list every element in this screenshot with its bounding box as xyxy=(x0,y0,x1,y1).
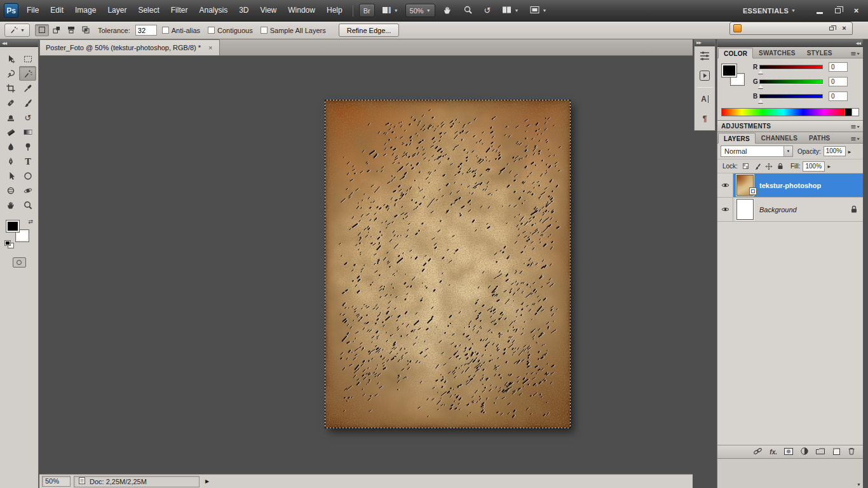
masks-panel-button[interactable] xyxy=(695,46,715,66)
new-selection-button[interactable] xyxy=(35,24,49,36)
b-value-field[interactable]: 0 xyxy=(829,92,848,101)
status-options-arrow[interactable]: ▶ xyxy=(203,476,212,487)
menu-help[interactable]: Help xyxy=(321,0,348,22)
layer-row-main[interactable]: tekstur-photoshop xyxy=(733,173,863,197)
fill-value-field[interactable]: 100% xyxy=(803,161,825,172)
minimize-button[interactable] xyxy=(810,4,829,17)
subtract-from-selection-button[interactable] xyxy=(64,24,78,36)
document-canvas[interactable] xyxy=(325,100,570,428)
layer-row[interactable]: Background xyxy=(717,198,863,222)
tab-paths[interactable]: PATHS xyxy=(803,132,836,143)
anti-alias-checkbox[interactable]: Anti-alias xyxy=(162,27,200,34)
lock-pixels-button[interactable] xyxy=(753,162,762,170)
spectrum-white-swatch[interactable] xyxy=(851,109,858,116)
hand-tool-button[interactable] xyxy=(438,4,456,17)
slider-thumb-icon[interactable] xyxy=(758,85,763,88)
panel-menu-icon[interactable] xyxy=(850,124,860,131)
panel-menu-icon[interactable] xyxy=(850,135,860,143)
color-spectrum-ramp[interactable] xyxy=(722,109,844,116)
launch-bridge-button[interactable]: Br xyxy=(359,4,375,17)
tab-layers[interactable]: LAYERS xyxy=(718,133,756,144)
layer-mask-button[interactable] xyxy=(783,447,794,457)
r-channel-slider[interactable] xyxy=(759,65,823,69)
add-to-selection-button[interactable] xyxy=(50,24,64,36)
menu-view[interactable]: View xyxy=(254,0,282,22)
clone-stamp-tool[interactable] xyxy=(2,110,19,125)
adjustments-panel-header[interactable]: ADJUSTMENTS xyxy=(717,121,863,132)
panel-restore-button[interactable] xyxy=(827,24,836,32)
icon-dock-header[interactable]: ▶▶ xyxy=(695,39,715,46)
adjustment-layer-button[interactable] xyxy=(800,447,809,457)
foreground-color-swatch[interactable] xyxy=(722,64,736,77)
tab-color[interactable]: COLOR xyxy=(718,48,753,58)
delete-layer-button[interactable] xyxy=(847,447,856,457)
menu-file[interactable]: File xyxy=(21,0,44,22)
g-channel-slider[interactable] xyxy=(759,79,823,84)
swap-colors-icon[interactable]: ⇄ xyxy=(28,219,33,225)
dock-collapse-header[interactable]: ◀◀ xyxy=(717,39,863,47)
marquee-tool[interactable] xyxy=(19,51,36,66)
workspace-switcher[interactable]: ESSENTIALS▼ xyxy=(738,4,800,17)
tab-channels[interactable]: CHANNELS xyxy=(756,132,803,143)
lock-position-button[interactable] xyxy=(764,162,773,170)
rotate-view-button[interactable]: ↺ xyxy=(480,4,496,17)
refine-edge-button[interactable]: Refine Edge... xyxy=(339,24,400,37)
tab-styles[interactable]: STYLES xyxy=(801,47,838,58)
default-colors-icon[interactable] xyxy=(5,241,14,248)
menu-edit[interactable]: Edit xyxy=(44,0,69,22)
g-value-field[interactable]: 0 xyxy=(829,77,848,86)
brush-tool[interactable] xyxy=(19,95,36,110)
new-group-button[interactable] xyxy=(815,447,825,456)
menu-select[interactable]: Select xyxy=(132,0,165,22)
status-zoom-field[interactable]: 50% xyxy=(42,476,71,487)
tab-swatches[interactable]: SWATCHES xyxy=(753,47,801,58)
blur-tool[interactable] xyxy=(2,139,19,154)
intersect-selection-button[interactable] xyxy=(79,24,93,36)
character-panel-button[interactable]: A xyxy=(695,89,715,109)
sample-all-layers-checkbox[interactable]: Sample All Layers xyxy=(261,27,326,34)
slider-thumb-icon[interactable] xyxy=(758,70,763,74)
menu-window[interactable]: Window xyxy=(282,0,321,22)
foreground-color-swatch[interactable] xyxy=(6,220,19,232)
shape-tool[interactable] xyxy=(19,168,36,183)
screen-mode-button[interactable]: ▼ xyxy=(526,4,551,17)
opacity-value-field[interactable]: 100% xyxy=(824,146,846,156)
eraser-tool[interactable] xyxy=(2,125,19,139)
tool-preset-picker[interactable]: ▼ xyxy=(4,24,30,37)
new-layer-button[interactable] xyxy=(832,447,841,457)
lock-all-button[interactable] xyxy=(776,162,785,170)
healing-brush-tool[interactable] xyxy=(2,95,19,110)
opacity-scrubber-icon[interactable]: ▶ xyxy=(848,149,853,154)
dodge-tool[interactable] xyxy=(19,139,36,154)
restore-button[interactable] xyxy=(829,4,847,17)
layer-row-main[interactable]: Background xyxy=(733,198,863,221)
link-button[interactable] xyxy=(752,447,763,456)
view-extras-button[interactable]: ▼ xyxy=(377,4,403,17)
type-tool[interactable]: T xyxy=(19,154,36,168)
zoom-tool[interactable] xyxy=(19,198,36,212)
spectrum-black-swatch[interactable] xyxy=(844,109,851,116)
dock-scroll-down-icon[interactable]: ▼ xyxy=(857,482,861,487)
quick-mask-button[interactable] xyxy=(13,257,26,268)
contiguous-checkbox-box[interactable] xyxy=(208,27,215,34)
tools-panel-header[interactable]: ◀◀ xyxy=(0,39,38,47)
lock-transparency-button[interactable] xyxy=(742,162,750,170)
contiguous-checkbox[interactable]: Contiguous xyxy=(208,27,253,34)
document-tab[interactable]: Poster_Foto @ 50% (tekstur-photoshop, RG… xyxy=(39,39,220,55)
photoshop-logo[interactable]: Ps xyxy=(4,3,18,18)
menu-analysis[interactable]: Analysis xyxy=(193,0,233,22)
3d-rotate-tool[interactable] xyxy=(2,183,19,198)
actions-panel-button[interactable] xyxy=(695,66,715,86)
minimized-floating-panel[interactable]: × xyxy=(729,22,853,35)
anti-alias-checkbox-box[interactable] xyxy=(162,27,169,34)
r-value-field[interactable]: 0 xyxy=(829,62,848,72)
zoom-level-dropdown[interactable]: 50%▼ xyxy=(405,4,435,17)
paragraph-panel-button[interactable]: ¶ xyxy=(695,109,715,128)
3d-orbit-tool[interactable] xyxy=(19,183,36,198)
canvas-area[interactable] xyxy=(39,56,693,474)
lasso-tool[interactable] xyxy=(2,66,19,81)
layer-style-button[interactable]: fx. xyxy=(770,449,777,456)
hand-tool[interactable] xyxy=(2,198,19,212)
move-tool[interactable] xyxy=(2,51,19,66)
layer-thumbnail[interactable] xyxy=(736,199,754,220)
